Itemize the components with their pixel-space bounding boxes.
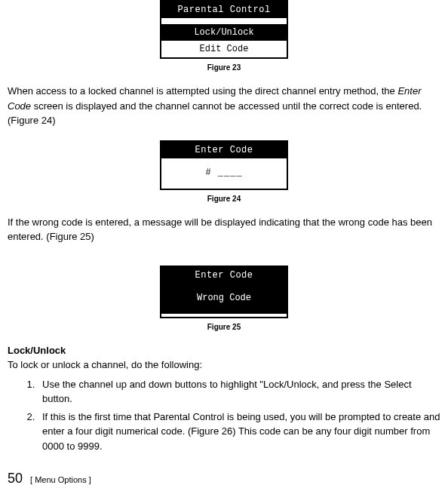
figure-25-caption: Figure 25: [8, 321, 440, 333]
list-item-2: If this is the first time that Parental …: [38, 410, 440, 454]
figure-24-caption: Figure 24: [8, 193, 440, 204]
figure-23-row-edit-code: Edit Code: [161, 41, 287, 57]
paragraph-1-part2: screen is displayed and the channel cann…: [8, 100, 422, 127]
footer-section-label: [ Menu Options ]: [30, 474, 91, 486]
list-item-1: Use the channel up and down buttons to h…: [38, 377, 440, 407]
figure-24-title: Enter Code: [161, 142, 287, 158]
figure-25-title: Enter Code: [161, 267, 287, 284]
figure-25-screen: Enter Code Wrong Code: [160, 265, 288, 318]
page-number: 50: [8, 468, 23, 488]
paragraph-2: If the wrong code is entered, a message …: [8, 215, 440, 244]
figure-23-title: Parental Control: [161, 2, 287, 18]
figure-23-screen: Parental Control Lock/Unlock Edit Code: [160, 0, 288, 59]
figure-23-caption: Figure 23: [8, 62, 440, 73]
figure-24-content: # ____: [161, 158, 287, 189]
section-intro: To lock or unlock a channel, do the foll…: [8, 358, 440, 373]
page-footer: 50 [ Menu Options ]: [8, 468, 440, 488]
figure-25-bottom: [161, 314, 287, 317]
paragraph-1: When access to a locked channel is attem…: [8, 84, 440, 128]
paragraph-1-part1: When access to a locked channel is attem…: [8, 85, 397, 97]
instruction-list: Use the channel up and down buttons to h…: [38, 377, 440, 454]
figure-23-row-lock-unlock: Lock/Unlock: [161, 24, 287, 41]
section-heading-lock-unlock: Lock/Unlock: [8, 343, 440, 358]
figure-23-spacer: [161, 18, 287, 24]
figure-25-content: Wrong Code: [161, 284, 287, 314]
figure-24-screen: Enter Code # ____: [160, 140, 288, 190]
